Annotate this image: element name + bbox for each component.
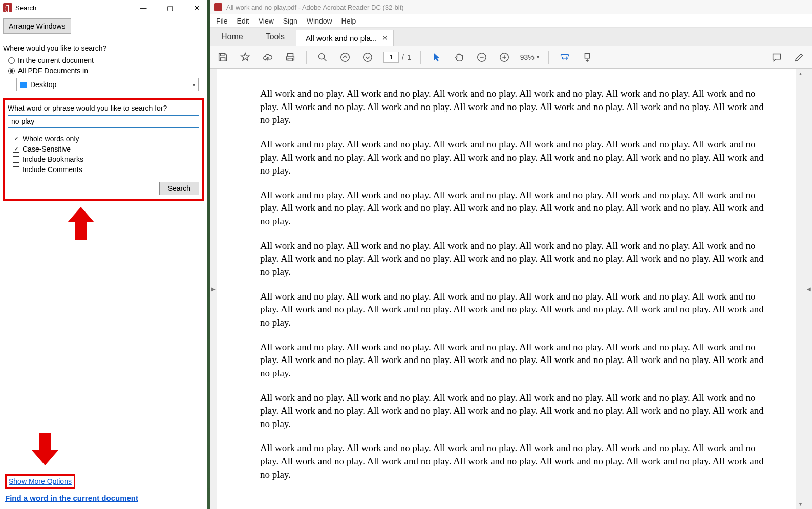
what-search-label: What word or phrase would you like to se…	[8, 104, 199, 112]
checkbox-whole-words[interactable]: Whole words only	[13, 135, 199, 143]
toolbar: / 1 93% ▾	[210, 46, 812, 69]
checkbox-icon	[13, 146, 19, 153]
pointer-icon[interactable]	[430, 51, 443, 64]
save-icon[interactable]	[216, 51, 229, 64]
radio-icon	[8, 68, 15, 74]
zoom-level[interactable]: 93% ▾	[520, 53, 539, 61]
checkbox-include-bookmarks[interactable]: Include Bookmarks	[13, 155, 199, 163]
highlight-pen-icon[interactable]	[793, 51, 806, 64]
checkbox-icon	[13, 166, 19, 173]
highlight-show-more: Show More Options	[5, 474, 75, 489]
scroll-mode-icon[interactable]	[581, 51, 594, 64]
document-page[interactable]: All work and no play. All work and no pl…	[217, 69, 796, 509]
checkbox-icon	[13, 156, 19, 163]
svg-rect-5	[585, 53, 589, 58]
page-input[interactable]	[383, 52, 399, 63]
search-content: Arrange Windows Where would you like to …	[0, 15, 207, 509]
tab-tools[interactable]: Tools	[254, 28, 296, 46]
zoom-out-icon[interactable]	[475, 51, 488, 64]
cloud-icon[interactable]	[261, 51, 274, 64]
radio-current-document[interactable]: In the current document	[8, 56, 204, 65]
minimize-button[interactable]: —	[136, 3, 151, 13]
folder-icon	[20, 82, 27, 88]
radio-icon	[8, 57, 15, 64]
scroll-down-icon[interactable]: ▾	[799, 501, 802, 507]
paragraph: All work and no play. All work and no pl…	[260, 290, 765, 329]
left-panel-expander[interactable]: ▶	[210, 69, 217, 509]
acrobat-window: All work and no play.pdf - Adobe Acrobat…	[210, 0, 812, 509]
right-panel-expander[interactable]: ◀	[805, 69, 812, 509]
zoom-in-icon[interactable]	[498, 51, 511, 64]
chk-whole-label: Whole words only	[23, 135, 79, 143]
chevron-down-icon: ▾	[193, 82, 195, 88]
chk-case-label: Case-Sensitive	[23, 145, 71, 153]
svg-point-2	[364, 53, 372, 61]
chk-comments-label: Include Comments	[23, 165, 82, 174]
location-dropdown[interactable]: Desktop ▾	[16, 78, 199, 91]
page-down-icon[interactable]	[361, 51, 374, 64]
vertical-scrollbar[interactable]: ▴▾	[796, 69, 805, 509]
radio-current-label: In the current document	[18, 56, 94, 65]
paragraph: All work and no play. All work and no pl…	[260, 391, 765, 431]
paragraph: All work and no play. All work and no pl…	[260, 188, 765, 228]
paragraph: All work and no play. All work and no pl…	[260, 441, 765, 481]
tab-bar: Home Tools All work and no pla... ✕	[210, 28, 812, 46]
checkbox-include-comments[interactable]: Include Comments	[13, 165, 199, 174]
arrow-down-icon	[32, 433, 58, 465]
page-number: / 1	[383, 52, 411, 63]
paragraph: All work and no play. All work and no pl…	[260, 239, 765, 279]
highlight-search-options: What word or phrase would you like to se…	[3, 98, 204, 201]
checkbox-case-sensitive[interactable]: Case-Sensitive	[13, 145, 199, 153]
separator	[548, 51, 549, 64]
svg-point-0	[319, 53, 325, 59]
separator	[306, 51, 307, 64]
page-up-icon[interactable]	[338, 51, 352, 64]
comment-icon[interactable]	[770, 51, 783, 64]
radio-allpdf-label: All PDF Documents in	[18, 67, 88, 75]
tab-document[interactable]: All work and no pla... ✕	[296, 30, 394, 46]
location-value: Desktop	[30, 80, 56, 89]
menu-bar: File Edit View Sign Window Help	[210, 14, 812, 28]
chk-bookmarks-label: Include Bookmarks	[23, 155, 83, 163]
search-titlebar: Search — ▢ ✕	[0, 0, 207, 15]
menu-window[interactable]: Window	[307, 17, 332, 25]
tab-home[interactable]: Home	[210, 28, 254, 46]
tab-close-icon[interactable]: ✕	[382, 34, 388, 42]
page-total: 1	[407, 53, 411, 61]
paragraph: All work and no play. All work and no pl…	[260, 138, 765, 177]
search-input[interactable]	[8, 115, 199, 128]
print-icon[interactable]	[284, 51, 297, 64]
separator	[420, 51, 421, 64]
maximize-button[interactable]: ▢	[163, 3, 177, 13]
radio-all-pdf[interactable]: All PDF Documents in	[8, 67, 204, 75]
close-button[interactable]: ✕	[189, 3, 204, 13]
show-more-options-link[interactable]: Show More Options	[9, 477, 72, 485]
search-button[interactable]: Search	[159, 182, 199, 195]
menu-edit[interactable]: Edit	[237, 17, 249, 25]
search-icon[interactable]	[316, 51, 329, 64]
fit-width-icon[interactable]	[558, 51, 571, 64]
menu-sign[interactable]: Sign	[283, 17, 297, 25]
acrobat-window-title: All work and no play.pdf - Adobe Acrobat…	[226, 4, 404, 11]
arrow-up-icon	[68, 207, 94, 240]
scroll-up-icon[interactable]: ▴	[799, 71, 802, 76]
star-icon[interactable]	[239, 51, 252, 64]
checkbox-icon	[13, 136, 19, 142]
acrobat-titlebar: All work and no play.pdf - Adobe Acrobat…	[210, 0, 812, 14]
search-window-title: Search	[15, 4, 36, 12]
find-word-link[interactable]: Find a word in the current document	[5, 494, 138, 502]
document-area: ▶ All work and no play. All work and no …	[210, 69, 812, 509]
chevron-down-icon: ▾	[537, 54, 539, 60]
adobe-app-icon	[3, 3, 12, 12]
arrange-windows-button[interactable]: Arrange Windows	[3, 18, 71, 34]
menu-help[interactable]: Help	[341, 17, 356, 25]
page-sep: /	[402, 53, 404, 61]
svg-point-1	[341, 53, 350, 61]
hand-icon[interactable]	[453, 51, 466, 64]
search-window: Search — ▢ ✕ Arrange Windows Where would…	[0, 0, 207, 509]
pdf-file-icon	[214, 3, 222, 11]
zoom-value: 93%	[520, 53, 535, 61]
menu-view[interactable]: View	[259, 17, 274, 25]
where-search-label: Where would you like to search?	[3, 44, 204, 52]
menu-file[interactable]: File	[216, 17, 228, 25]
